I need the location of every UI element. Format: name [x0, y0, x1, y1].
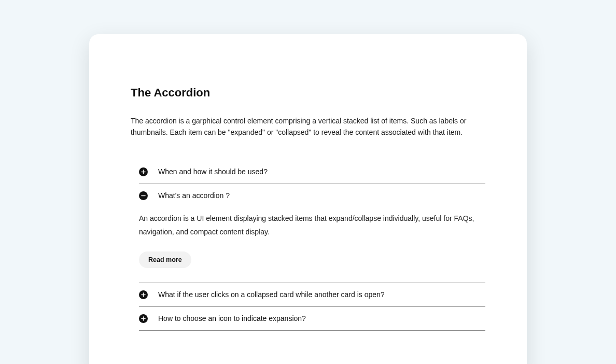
accordion-label: When and how it should be used? — [158, 167, 268, 176]
accordion-header[interactable]: What's an accordion ? — [139, 191, 485, 200]
accordion-label: What if the user clicks on a collapsed c… — [158, 290, 385, 299]
accordion-list: When and how it should be used? What's a… — [131, 160, 485, 331]
page-description: The accordion is a garphical control ele… — [131, 115, 485, 138]
accordion-header[interactable]: What if the user clicks on a collapsed c… — [139, 290, 485, 299]
accordion-card: The Accordion The accordion is a garphic… — [89, 34, 527, 364]
accordion-label: What's an accordion ? — [158, 191, 230, 200]
plus-icon — [139, 167, 148, 176]
accordion-item: When and how it should be used? — [139, 160, 485, 184]
accordion-item: What's an accordion ? An accordion is a … — [139, 184, 485, 283]
plus-icon — [139, 314, 148, 323]
accordion-header[interactable]: When and how it should be used? — [139, 167, 485, 176]
read-more-button[interactable]: Read more — [139, 251, 191, 268]
accordion-item: What if the user clicks on a collapsed c… — [139, 283, 485, 307]
accordion-body: An accordion is a UI element displaying … — [139, 212, 485, 275]
accordion-header[interactable]: How to choose an icon to indicate expans… — [139, 314, 485, 323]
accordion-body-text: An accordion is a UI element displaying … — [139, 212, 485, 239]
minus-icon — [139, 191, 148, 200]
page-title: The Accordion — [131, 86, 485, 100]
plus-icon — [139, 290, 148, 299]
accordion-item: How to choose an icon to indicate expans… — [139, 307, 485, 331]
accordion-label: How to choose an icon to indicate expans… — [158, 314, 306, 323]
